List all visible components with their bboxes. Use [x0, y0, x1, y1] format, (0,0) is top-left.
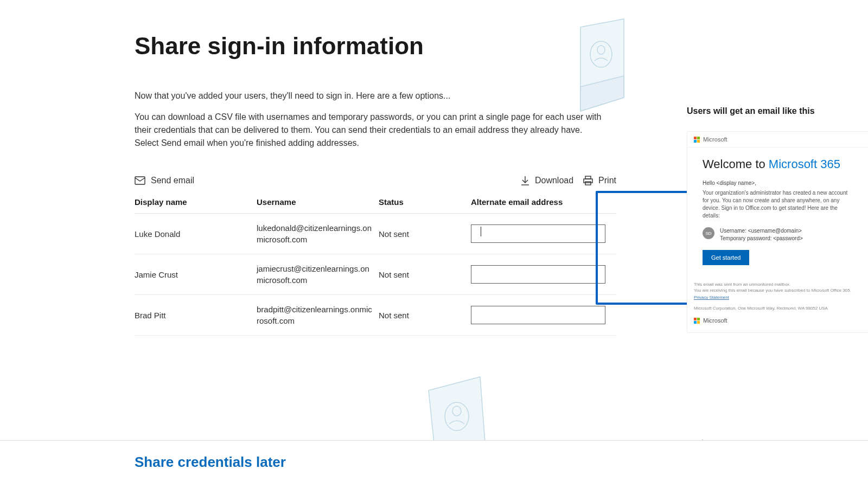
print-icon [583, 176, 593, 185]
svg-rect-3 [585, 182, 591, 185]
mail-icon [135, 176, 145, 185]
th-alternate-email: Alternate email address [471, 191, 616, 214]
email-preview-credentials: SD Username: <username@domain> Temporary… [703, 227, 853, 242]
get-started-button[interactable]: Get started [703, 250, 749, 265]
alt-email-input[interactable] [471, 306, 605, 324]
print-label: Print [598, 176, 616, 185]
svg-rect-0 [135, 177, 145, 184]
privacy-statement-link[interactable]: Privacy Statement [694, 294, 862, 300]
email-preview-hello: Hello <display name>, [703, 180, 853, 186]
email-footer-brand: Microsoft [703, 317, 727, 325]
email-preview-brand: Microsoft [703, 136, 727, 143]
email-welcome-brand: Microsoft 365 [769, 157, 840, 171]
share-credentials-later-link[interactable]: Share credentials later [135, 454, 286, 470]
actions-row: Send email Download Print [135, 176, 616, 185]
email-preview-welcome: Welcome to Microsoft 365 [703, 157, 853, 171]
send-email-button[interactable]: Send email [135, 176, 194, 185]
table-row: Luke Donald lukedonald@citizenlearnings.… [135, 214, 616, 254]
th-username: Username [257, 191, 379, 214]
th-status: Status [379, 191, 471, 214]
alt-email-input[interactable] [471, 265, 605, 284]
cell-display-name: Luke Donald [135, 214, 257, 254]
email-preview-footer: This email was sent from an unmonitored … [687, 276, 868, 332]
cell-display-name: Brad Pitt [135, 295, 257, 336]
download-icon [521, 176, 529, 185]
cell-username: lukedonald@citizenlearnings.onmicrosoft.… [257, 214, 379, 254]
intro-text-2: You can download a CSV file with usernam… [135, 111, 607, 150]
email-footer-line1: This email was sent from an unmonitored … [694, 281, 862, 287]
email-welcome-prefix: Welcome to [703, 157, 769, 171]
cell-username: bradpitt@citizenlearnings.onmicrosoft.co… [257, 295, 379, 336]
cell-alt-email [471, 295, 616, 336]
alt-email-input[interactable] [471, 224, 605, 243]
cell-display-name: Jamie Crust [135, 254, 257, 295]
email-corp-line: Microsoft Corporation, One Microsoft Way… [694, 305, 862, 311]
profile-card-illustration [570, 16, 629, 119]
intro-text-1: Now that you've added your users, they'l… [135, 91, 579, 101]
table-row: Brad Pitt bradpitt@citizenlearnings.onmi… [135, 295, 616, 336]
avatar-icon: SD [703, 227, 714, 239]
cell-alt-email [471, 254, 616, 295]
microsoft-logo-icon [694, 137, 700, 143]
cell-status: Not sent [379, 214, 471, 254]
print-button[interactable]: Print [583, 176, 616, 185]
email-preview-column: Users will get an email like this Micros… [687, 106, 868, 333]
page-title: Share sign-in information [135, 33, 868, 60]
send-email-label: Send email [151, 176, 194, 185]
cell-alt-email [471, 214, 616, 254]
preview-heading: Users will get an email like this [687, 106, 868, 116]
email-username-line: Username: <username@domain> [720, 227, 803, 235]
cell-status: Not sent [379, 295, 471, 336]
microsoft-logo-icon [694, 318, 700, 324]
email-password-line: Temporary password: <password> [720, 235, 803, 242]
cell-status: Not sent [379, 254, 471, 295]
email-preview-desc: Your organization's administrator has cr… [703, 189, 853, 220]
users-table: Display name Username Status Alternate e… [135, 191, 616, 336]
text-cursor-icon [481, 227, 481, 236]
footer-bar: Share credentials later [0, 440, 868, 488]
svg-rect-1 [585, 176, 591, 179]
email-preview-card: Microsoft Welcome to Microsoft 365 Hello… [687, 131, 868, 333]
th-display-name: Display name [135, 191, 257, 214]
cell-username: jamiecrust@citizenlearnings.onmicrosoft.… [257, 254, 379, 295]
email-preview-header: Microsoft [687, 132, 868, 147]
download-label: Download [535, 176, 573, 185]
email-footer-line2: You are receiving this email because you… [694, 287, 862, 293]
table-row: Jamie Crust jamiecrust@citizenlearnings.… [135, 254, 616, 295]
download-button[interactable]: Download [521, 176, 573, 185]
